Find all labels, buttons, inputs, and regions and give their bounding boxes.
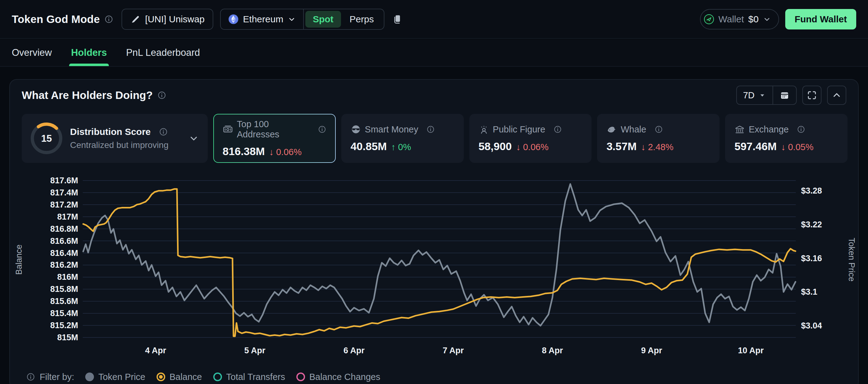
calendar-button[interactable] [773, 86, 796, 104]
stat-card-value: 816.38M [223, 145, 265, 157]
stat-card-top-100-addresses[interactable]: Top 100 Addresses 816.38M ↓ 0.06% [213, 114, 336, 163]
calendar-icon [779, 90, 790, 100]
y-left-tick: 817.6M [50, 176, 78, 185]
tab-holders[interactable]: Holders [71, 39, 106, 66]
distribution-score-gauge: 15 [30, 122, 63, 154]
x-tick: 5 Apr [244, 346, 266, 355]
info-icon [553, 125, 562, 134]
header: Token God Mode [UNI] Uniswap Ethereum Sp… [0, 0, 868, 39]
legend-prefix-label: Filter by: [40, 372, 74, 382]
info-icon [318, 125, 327, 134]
y-left-tick: 816.4M [50, 248, 78, 258]
legend-label: Total Transfers [226, 372, 285, 382]
y-left-tick: 816M [57, 272, 78, 282]
stat-card-value: 58,900 [478, 140, 512, 153]
ethereum-icon [228, 14, 239, 25]
y-left-tick: 815.4M [50, 308, 78, 318]
chart-legend: Filter by: Token PriceBalanceTotal Trans… [22, 367, 380, 384]
stat-card-value: 597.46M [734, 140, 777, 153]
chevron-down-icon [763, 15, 771, 23]
token-selector-label: [UNI] Uniswap [145, 14, 205, 25]
pencil-icon [130, 14, 141, 25]
copy-icon[interactable] [392, 14, 402, 25]
y-right-tick: $3.28 [801, 186, 822, 196]
series-token-price [83, 184, 796, 326]
info-icon [157, 91, 166, 100]
distribution-score-value: 15 [41, 133, 52, 144]
y-left-tick: 817.4M [50, 188, 78, 197]
collapse-button[interactable] [827, 86, 846, 105]
page-tabs: OverviewHoldersPnL Leaderboard [0, 39, 868, 67]
stat-card-value: 40.85M [351, 140, 387, 153]
public-figure-icon [478, 124, 489, 135]
y-right-tick: $3.04 [801, 321, 822, 330]
market-option-spot[interactable]: Spot [305, 11, 341, 28]
time-range-dropdown[interactable]: 7D [737, 86, 773, 104]
stat-card-label: Whale [621, 124, 646, 135]
wallet-label: Wallet [719, 14, 744, 25]
legend-marker [297, 373, 305, 381]
stat-card-public-figure[interactable]: Public Figure 58,900 ↓ 0.06% [469, 114, 592, 163]
stat-card-label: Top 100 Addresses [237, 119, 310, 140]
y-left-tick: 816.2M [50, 260, 78, 270]
x-tick: 4 Apr [145, 346, 166, 355]
wallet-logo-icon [704, 14, 714, 25]
market-option-perps[interactable]: Perps [342, 11, 381, 28]
legend-item-balance[interactable]: Balance [157, 372, 202, 382]
whale-icon [607, 124, 617, 135]
cash-icon [223, 124, 233, 135]
x-tick: 10 Apr [738, 346, 764, 355]
tab-pnl-leaderboard[interactable]: PnL Leaderboard [126, 39, 200, 66]
x-tick: 7 Apr [443, 346, 464, 355]
legend-label: Token Price [98, 372, 145, 382]
y-left-tick: 817.2M [50, 200, 78, 209]
network-dropdown[interactable]: Ethereum [221, 9, 303, 29]
legend-item-token-price[interactable]: Token Price [85, 372, 145, 382]
bank-icon [734, 124, 745, 135]
stat-card-exchange[interactable]: Exchange 597.46M ↓ 0.05% [725, 114, 847, 163]
app-title: Token God Mode [12, 13, 100, 25]
holders-chart[interactable]: 817.6M817.4M817.2M817M816.8M816.6M816.4M… [10, 173, 859, 362]
wallet-dropdown[interactable]: Wallet $0 [700, 9, 779, 29]
token-selector-button[interactable]: [UNI] Uniswap [122, 9, 213, 30]
stat-card-label: Public Figure [493, 124, 545, 135]
network-name: Ethereum [243, 14, 283, 25]
info-icon [159, 127, 168, 137]
stat-card-change: ↓ 2.48% [641, 142, 674, 152]
chevron-down-icon [188, 133, 199, 144]
legend-label: Balance Changes [309, 372, 380, 382]
stat-card-label: Smart Money [365, 124, 418, 135]
legend-item-balance-changes[interactable]: Balance Changes [297, 372, 380, 382]
y-left-tick: 817M [57, 212, 78, 221]
distribution-score-subtitle: Centralized but improving [70, 140, 168, 150]
y-left-tick: 815.6M [50, 297, 78, 306]
y-right-tick: $3.22 [801, 220, 822, 229]
fullscreen-button[interactable] [802, 86, 822, 105]
stat-card-change: ↓ 0.05% [781, 142, 813, 152]
time-range-box: 7D [736, 86, 797, 105]
y-left-tick: 816.6M [50, 236, 78, 246]
info-icon [654, 125, 663, 134]
time-range-value: 7D [743, 90, 754, 100]
fund-wallet-button[interactable]: Fund Wallet [785, 9, 856, 29]
stat-card-value: 3.57M [607, 140, 637, 153]
stat-card-smart-money[interactable]: Smart Money 40.85M ↑ 0% [341, 114, 464, 163]
x-tick: 9 Apr [641, 346, 662, 355]
stat-card-change: ↓ 0.06% [516, 142, 549, 152]
y-left-tick: 815.2M [50, 321, 78, 330]
legend-marker [157, 373, 165, 381]
info-icon [426, 125, 435, 134]
tab-overview[interactable]: Overview [12, 39, 52, 66]
legend-marker [213, 373, 222, 381]
x-tick: 8 Apr [542, 346, 563, 355]
distribution-score-card[interactable]: 15 Distribution Score Centralized but im… [22, 114, 208, 163]
info-icon [26, 372, 35, 382]
chevron-up-icon [831, 90, 842, 100]
info-icon [104, 14, 114, 24]
stat-card-whale[interactable]: Whale 3.57M ↓ 2.48% [597, 114, 719, 163]
legend-item-total-transfers[interactable]: Total Transfers [213, 372, 285, 382]
panel-title: What Are Holders Doing? [22, 89, 153, 101]
stat-card-change: ↓ 0.06% [269, 147, 302, 157]
y-right-tick: $3.16 [801, 254, 822, 263]
stat-cards-row: 15 Distribution Score Centralized but im… [22, 114, 847, 163]
